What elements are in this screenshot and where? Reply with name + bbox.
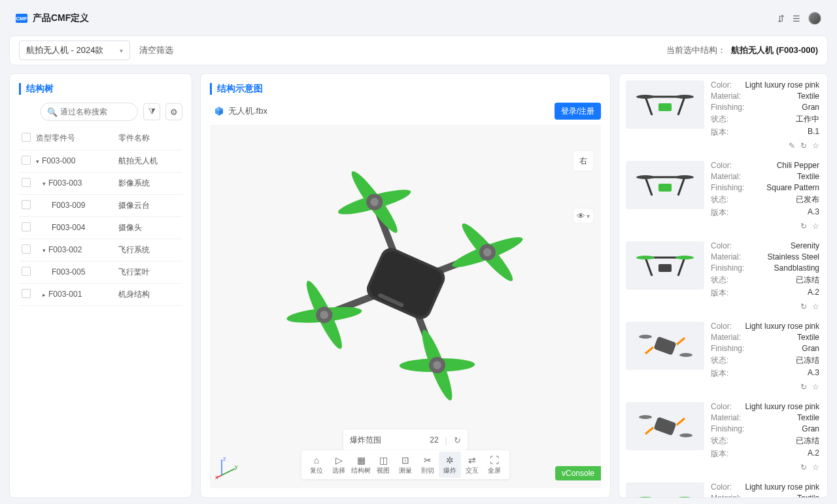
label-material: Material: (711, 333, 741, 342)
tool-icon: ⛶ (490, 454, 499, 466)
product-select-label: 航拍无人机 - 2024款 (26, 44, 103, 56)
tree-row[interactable]: F003-005 飞行桨叶 (19, 261, 182, 283)
part-code: F003-002 (48, 245, 82, 254)
caret-icon[interactable]: ▸ (43, 292, 46, 298)
label-material: Material: (711, 92, 741, 101)
value-status: 已冻结 (796, 275, 819, 286)
value-material: Stainless Steel (768, 252, 819, 261)
variant-item[interactable]: Color:Light luxury rose pink Material:Te… (626, 402, 819, 472)
svg-point-50 (679, 433, 692, 437)
value-color: Light luxury rose pink (745, 482, 819, 492)
tool-剖切[interactable]: ✂剖切 (417, 452, 439, 478)
caret-icon[interactable]: ▾ (43, 247, 46, 254)
settings-button[interactable]: ⚙ (165, 103, 182, 120)
tree-row[interactable]: ▾F003-003 影像系统 (19, 172, 182, 194)
svg-text:x: x (215, 474, 218, 479)
value-version: B.1 (808, 127, 819, 138)
star-icon[interactable]: ☆ (812, 222, 819, 231)
variant-item[interactable]: Color:Light luxury rose pink Material:Te… (626, 322, 819, 392)
value-version: A.2 (808, 448, 819, 460)
tool-label: 测量 (399, 466, 412, 475)
variant-item[interactable]: Color:Light luxury rose pink Material:Te… (626, 80, 819, 150)
tool-测量[interactable]: ⊡测量 (394, 452, 417, 478)
label-material: Material: (711, 252, 741, 261)
users-icon[interactable]: ⇵ (777, 14, 785, 24)
col-name-header: 零件名称 (116, 127, 182, 150)
caret-icon[interactable]: ▾ (43, 180, 46, 187)
svg-rect-19 (367, 248, 445, 319)
svg-line-35 (678, 177, 685, 195)
value-finishing: Square Pattern (766, 183, 819, 192)
label-color: Color: (711, 80, 732, 90)
checkbox[interactable] (22, 222, 31, 231)
tree-row[interactable]: ▾F003-000 航拍无人机 (19, 150, 182, 172)
tree-row[interactable]: ▾F003-002 飞行系统 (19, 239, 182, 261)
svg-point-37 (675, 175, 694, 179)
tool-复位[interactable]: ⌂复位 (305, 452, 328, 478)
clear-filter-button[interactable]: 清空筛选 (139, 44, 173, 56)
value-finishing: Sandblasting (774, 263, 819, 273)
avatar[interactable] (808, 12, 821, 25)
refresh-icon[interactable]: ↻ (454, 435, 461, 445)
checkbox[interactable] (22, 289, 31, 298)
tool-icon: ▷ (335, 454, 343, 466)
checkbox[interactable] (22, 178, 31, 187)
tool-视图[interactable]: ◫视图 (372, 452, 394, 478)
tool-爆炸[interactable]: ✲爆炸 (439, 452, 461, 478)
history-icon[interactable]: ↻ (800, 463, 807, 472)
variant-item[interactable]: Color:Light luxury rose pink Material:Te… (626, 482, 819, 498)
variant-item[interactable]: Color:Chili Pepper Material:Textile Fini… (626, 161, 819, 231)
variant-thumb (626, 482, 704, 498)
star-icon[interactable]: ☆ (812, 463, 819, 472)
caret-icon[interactable]: ▾ (36, 158, 39, 165)
tool-交互[interactable]: ⇄交互 (461, 452, 483, 478)
3d-viewer[interactable]: 右 👁▾ z y x 爆炸范围 22 | ↻ (210, 125, 601, 488)
star-icon[interactable]: ☆ (812, 302, 819, 311)
history-icon[interactable]: ↻ (800, 141, 807, 150)
search-input-wrap[interactable]: 🔍 (40, 103, 138, 121)
svg-point-43 (675, 256, 694, 260)
checkbox[interactable] (22, 244, 31, 254)
current-structure-label: 当前选中结构： (666, 44, 726, 56)
value-color: Serenity (791, 241, 819, 250)
tool-label: 剖切 (421, 466, 434, 475)
tool-label: 全屏 (488, 466, 501, 475)
vconsole-badge[interactable]: vConsole (555, 466, 601, 480)
label-status: 状态: (711, 435, 728, 446)
part-code: F003-001 (48, 290, 82, 299)
checkbox[interactable] (22, 200, 31, 209)
tool-选择[interactable]: ▷选择 (328, 452, 350, 478)
tool-结构树[interactable]: ▦结构树 (350, 452, 372, 478)
tool-全屏[interactable]: ⛶全屏 (483, 452, 505, 478)
part-code: F003-003 (48, 178, 82, 188)
filter-button[interactable]: ⧩ (143, 103, 160, 120)
history-icon[interactable]: ↻ (800, 382, 807, 392)
note-icon[interactable]: ☰ (793, 14, 800, 24)
history-icon[interactable]: ↻ (800, 222, 807, 231)
visibility-widget[interactable]: 👁▾ (573, 209, 593, 223)
cube-icon (214, 106, 224, 116)
checkbox-all[interactable] (22, 133, 31, 142)
svg-point-30 (636, 95, 655, 99)
tree-row[interactable]: F003-009 摄像云台 (19, 194, 182, 216)
explode-slider[interactable]: 爆炸范围 22 | ↻ (343, 429, 468, 450)
svg-rect-45 (653, 336, 676, 355)
label-version: 版本: (711, 288, 728, 299)
variant-thumb (626, 322, 704, 370)
variant-thumb (626, 402, 704, 450)
edit-icon[interactable]: ✎ (789, 141, 795, 150)
value-version: A.3 (808, 207, 819, 218)
tree-row[interactable]: F003-004 摄像头 (19, 216, 182, 239)
star-icon[interactable]: ☆ (812, 382, 819, 392)
history-icon[interactable]: ↻ (800, 302, 807, 311)
checkbox[interactable] (22, 156, 31, 165)
drone-model (224, 125, 587, 467)
checkbox[interactable] (22, 267, 31, 276)
tree-row[interactable]: ▸F003-001 机身结构 (19, 283, 182, 305)
variant-item[interactable]: Color:Serenity Material:Stainless Steel … (626, 241, 819, 311)
star-icon[interactable]: ☆ (812, 141, 819, 150)
login-button[interactable]: 登录/注册 (555, 103, 601, 120)
orientation-widget[interactable]: 右 (573, 151, 593, 171)
logo-badge: CMF (16, 14, 27, 23)
product-select[interactable]: 航拍无人机 - 2024款 ▾ (19, 41, 130, 60)
